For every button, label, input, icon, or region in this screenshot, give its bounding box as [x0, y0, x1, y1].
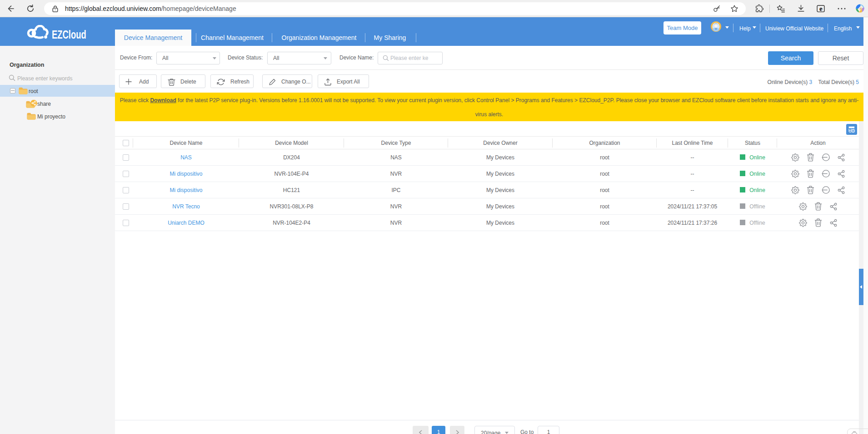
svg-text:e: e [819, 5, 823, 12]
